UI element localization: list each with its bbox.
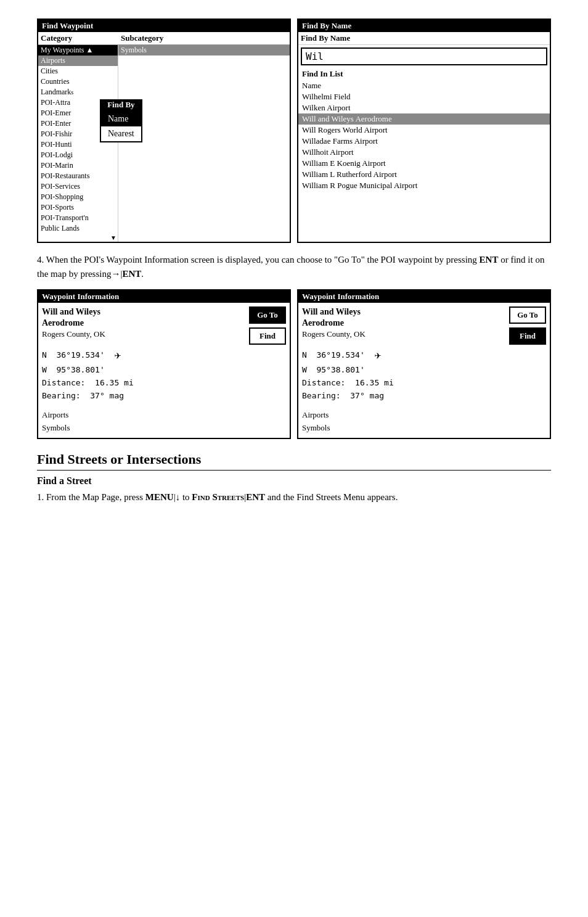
para2-bold-findstreets: Find Streets	[192, 492, 244, 502]
category-item-cities[interactable]: Cities	[38, 66, 118, 76]
wp-buttons-right: Go To Find	[509, 306, 546, 434]
wp-buttons-left: Go To Find	[249, 306, 286, 434]
fw-header: Category Subcategory	[38, 32, 290, 45]
fbn-item-wileys[interactable]: Will and Wileys Aerodrome	[298, 113, 550, 125]
para2-before: 1. From the Map Page, press	[37, 492, 145, 502]
category-item-poi-services[interactable]: POI-Services	[38, 181, 118, 192]
wp-info-right-content: Will and Wileys Aerodrome Rogers County,…	[302, 306, 504, 434]
find-by-name-screen: Find By Name Find By Name Wil Find In Li…	[297, 19, 551, 243]
wp-info-left-content: Will and Wileys Aerodrome Rogers County,…	[42, 306, 244, 434]
wp-info-left-title: Waypoint Information	[38, 290, 290, 303]
find-by-name-input[interactable]: Wil	[301, 47, 547, 65]
category-list: My Waypoints ▲ Airports Cities Countries…	[38, 45, 118, 242]
wp-lat-left: N 36°19.534' ✈	[42, 347, 244, 364]
category-item-poi-shopping[interactable]: POI-Shopping	[38, 192, 118, 202]
subcategory-item-symbols[interactable]: Symbols	[118, 45, 290, 56]
category-scroll-down[interactable]: ▼	[38, 234, 118, 242]
fw-list-wrapper: My Waypoints ▲ Airports Cities Countries…	[38, 45, 290, 242]
wp-bearing-right: Bearing: 37° mag	[302, 390, 504, 403]
category-item-poi-restaurants[interactable]: POI-Restaurants	[38, 171, 118, 181]
sub-heading: Find a Street	[37, 475, 551, 487]
find-waypoint-screen: Find Waypoint Category Subcategory My Wa…	[37, 19, 291, 243]
find-by-name[interactable]: Name	[101, 112, 141, 126]
fbn-item-will-rogers[interactable]: Will Rogers World Airport	[298, 125, 550, 136]
wp-arrow-right: ✈	[374, 348, 381, 361]
category-header: Category	[41, 33, 121, 43]
wp-bearing-left: Bearing: 37° mag	[42, 390, 244, 403]
find-by-nearest[interactable]: Nearest	[101, 126, 141, 141]
wp-county-left: Rogers County, OK	[42, 329, 244, 340]
category-item-poi-sports[interactable]: POI-Sports	[38, 202, 118, 213]
fbn-item-william-e[interactable]: William E Koenig Airport	[298, 158, 550, 169]
wp-lon-left: W 95°38.801'	[42, 364, 244, 377]
find-by-popup-title: Find By	[100, 99, 142, 110]
goto-button-left[interactable]: Go To	[249, 306, 286, 324]
category-item-countries[interactable]: Countries	[38, 76, 118, 87]
top-screenshots-row: Find Waypoint Category Subcategory My Wa…	[37, 19, 551, 243]
wp-coords-right: N 36°19.534' ✈ W 95°38.801' Distance: 16…	[302, 347, 504, 403]
section-heading: Find Streets or Intersections	[37, 451, 551, 471]
wp-coords-left: N 36°19.534' ✈ W 95°38.801' Distance: 16…	[42, 347, 244, 403]
find-waypoint-title: Find Waypoint	[38, 20, 290, 32]
wp-lat-right: N 36°19.534' ✈	[302, 347, 504, 364]
wp-distance-left: Distance: 16.35 mi	[42, 377, 244, 390]
wp-distance-right: Distance: 16.35 mi	[302, 377, 504, 390]
category-item-poi-marina[interactable]: POI-Marin	[38, 160, 118, 171]
find-button-left[interactable]: Find	[249, 327, 286, 345]
subcategory-header: Subcategory	[121, 33, 163, 43]
wp-name-left: Will and Wileys Aerodrome	[42, 306, 244, 329]
wp-arrow-left: ✈	[114, 348, 121, 361]
para2-bold-menu: MENU	[145, 492, 174, 502]
fbn-item-willadae[interactable]: Willadae Farms Airport	[298, 136, 550, 147]
category-item-public-lands[interactable]: Public Lands	[38, 223, 118, 234]
find-in-list-items: Name Wilhelmi Field Wilken Airport Will …	[298, 80, 550, 191]
category-item-poi-transportn[interactable]: POI-Transport'n	[38, 213, 118, 223]
wp-info-left-body: Will and Wileys Aerodrome Rogers County,…	[38, 303, 290, 438]
category-item-landmarks[interactable]: Landmarks	[38, 87, 118, 97]
find-by-name-title: Find By Name	[298, 20, 550, 32]
paragraph-2: 1. From the Map Page, press MENU|↓ to Fi…	[37, 490, 551, 504]
category-item-airports[interactable]: Airports	[38, 56, 118, 66]
goto-button-right[interactable]: Go To	[509, 306, 546, 324]
subcategory-list: Symbols	[118, 45, 290, 242]
category-item-poi-lodging[interactable]: POI-Lodgi	[38, 150, 118, 160]
fbn-item-wilhelmi[interactable]: Wilhelmi Field	[298, 91, 550, 102]
paragraph-1: 4. When the POI's Waypoint Information s…	[37, 253, 551, 281]
wp-info-right-title: Waypoint Information	[298, 290, 550, 303]
fbn-item-willhoit[interactable]: Willhoit Airport	[298, 147, 550, 158]
wp-category-right: Airports Symbols	[302, 409, 504, 435]
wp-lon-right: W 95°38.801'	[302, 364, 504, 377]
find-in-list-label: Find In List	[298, 68, 550, 80]
find-button-right[interactable]: Find	[509, 327, 546, 345]
waypoint-info-right: Waypoint Information Will and Wileys Aer…	[297, 289, 551, 439]
fbn-item-wilken[interactable]: Wilken Airport	[298, 102, 550, 113]
para2-mid: |↓ to	[174, 492, 192, 502]
para1-text: 4. When the POI's Waypoint Information s…	[37, 255, 544, 279]
fbn-item-william-l[interactable]: William L Rutherford Airport	[298, 169, 550, 180]
waypoint-info-left: Waypoint Information Will and Wileys Aer…	[37, 289, 291, 439]
wp-name-right: Will and Wileys Aerodrome	[302, 306, 504, 329]
find-by-name-subtitle: Find By Name	[298, 32, 550, 45]
category-item-my-waypoints[interactable]: My Waypoints ▲	[38, 45, 118, 56]
bottom-screenshots-row: Waypoint Information Will and Wileys Aer…	[37, 289, 551, 439]
fbn-item-name[interactable]: Name	[298, 80, 550, 91]
wp-info-right-body: Will and Wileys Aerodrome Rogers County,…	[298, 303, 550, 438]
wp-category-left: Airports Symbols	[42, 409, 244, 435]
find-by-popup: Find By Name Nearest	[100, 99, 142, 142]
wp-county-right: Rogers County, OK	[302, 329, 504, 340]
para2-bold-ent: ENT	[246, 492, 265, 502]
fbn-item-william-r[interactable]: William R Pogue Municipal Airport	[298, 180, 550, 191]
fw-list: My Waypoints ▲ Airports Cities Countries…	[38, 45, 290, 242]
para2-after: and the Find Streets Menu appears.	[265, 492, 398, 502]
